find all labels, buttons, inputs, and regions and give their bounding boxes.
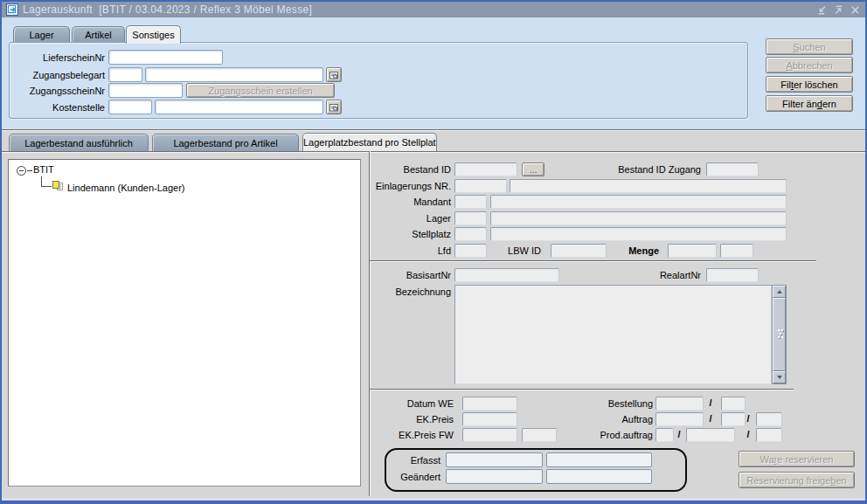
- tree-node-child[interactable]: Lindemann (Kunden-Lager): [67, 183, 185, 193]
- prod-auftrag-input-2[interactable]: [686, 428, 735, 442]
- kostenstelle-text-input[interactable]: [155, 100, 323, 114]
- lieferscheinnr-input[interactable]: [108, 50, 223, 65]
- realartnr-label: RealartNr: [605, 270, 701, 280]
- suchen-button[interactable]: Suchen: [766, 38, 853, 55]
- zugangsscheinnr-input[interactable]: [108, 83, 183, 98]
- ek-preis-fw-label: EK.Preis FW: [357, 430, 454, 440]
- bestand-id-lov-button[interactable]: ...: [522, 162, 544, 176]
- bezeichnung-scrollbar[interactable]: [772, 285, 787, 384]
- bottom-highlight: [2, 499, 865, 500]
- ek-preis-label: EK.Preis: [357, 414, 454, 425]
- abbrechen-button[interactable]: Abbrechen: [766, 57, 853, 73]
- zugangsschein-erstellen-button[interactable]: Zugangsschein erstellen: [186, 83, 335, 98]
- menge-unit-input[interactable]: [720, 244, 753, 258]
- datum-we-label: Datum WE: [357, 398, 454, 409]
- bestellung-input-2[interactable]: [721, 397, 746, 411]
- basisartnr-label: BasisartNr: [355, 270, 451, 280]
- tab-lagerplatzbestand-pro-stellplatz[interactable]: Lagerplatzbestand pro Stellplatz: [302, 133, 437, 151]
- geaendert-user-input[interactable]: [546, 469, 652, 484]
- bezeichnung-label: Bezeichnung: [355, 287, 451, 297]
- ek-preis-fw-input[interactable]: [462, 428, 517, 442]
- ek-preis-input[interactable]: [462, 412, 517, 426]
- zugangsscheinnr-label: ZugangsscheinNr: [9, 86, 105, 96]
- prod-auftrag-input-3[interactable]: [756, 428, 782, 442]
- bestellung-input-1[interactable]: [655, 397, 704, 411]
- tab-lager[interactable]: Lager: [13, 26, 70, 43]
- lager-text-input[interactable]: [490, 211, 787, 225]
- tab-lagerbestand-ausfuehrlich[interactable]: Lagerbestand ausführlich: [9, 134, 149, 151]
- auftrag-input-1[interactable]: [655, 412, 704, 426]
- stellplatz-tree-panel[interactable]: BTIT Lindemann (Kunden-Lager): [8, 159, 361, 487]
- section-divider: [2, 129, 867, 131]
- zugangsbelegart-code-input[interactable]: [108, 67, 142, 82]
- kostenstelle-lov-button[interactable]: [326, 100, 342, 114]
- auftrag-input-2[interactable]: [721, 412, 746, 426]
- erfasst-date-input[interactable]: [446, 452, 543, 467]
- slash-separator: /: [744, 413, 753, 424]
- kostenstelle-label: Kostenstelle: [9, 102, 105, 113]
- lbw-id-label: LBW ID: [474, 245, 541, 256]
- geaendert-label: Geändert: [344, 472, 440, 482]
- slash-separator: /: [706, 413, 715, 424]
- auftrag-label: Auftrag: [557, 414, 653, 425]
- article-section-divider: [370, 260, 816, 262]
- bestand-id-zugang-input[interactable]: [706, 162, 759, 176]
- auftrag-input-3[interactable]: [756, 412, 782, 426]
- geaendert-date-input[interactable]: [446, 469, 543, 484]
- reservierung-freigeben-button[interactable]: Reservierung freigeben: [739, 472, 855, 488]
- lfd-label: Lfd: [355, 245, 451, 256]
- tab-artikel[interactable]: Artikel: [72, 26, 125, 43]
- tree-expander-icon[interactable]: [17, 166, 26, 176]
- prod-auftrag-input-1[interactable]: [655, 428, 674, 442]
- zugangsbelegart-label: Zugangsbelegart: [9, 70, 105, 80]
- price-section-divider: [370, 389, 794, 390]
- einlagerungs-nr-text-input[interactable]: [510, 179, 787, 193]
- tree-elbow-connector: [41, 176, 52, 187]
- erfasst-user-input[interactable]: [546, 452, 652, 467]
- tab-lagerbestand-pro-artikel[interactable]: Lagerbestand pro Artikel: [152, 134, 299, 151]
- erfasst-label: Erfasst: [344, 455, 440, 466]
- tree-connector: [27, 170, 32, 171]
- realartnr-input[interactable]: [706, 268, 759, 282]
- close-icon[interactable]: [850, 4, 861, 16]
- bestand-id-zugang-label: Bestand ID Zugang: [605, 164, 701, 175]
- einlagerungs-nr-code-input[interactable]: [454, 179, 507, 193]
- menge-label: Menge: [589, 245, 659, 256]
- bestellung-label: Bestellung: [557, 398, 653, 409]
- mandant-label: Mandant: [355, 197, 451, 207]
- bestand-id-input[interactable]: [454, 162, 517, 176]
- mandant-code-input[interactable]: [454, 195, 487, 209]
- mandant-text-input[interactable]: [490, 195, 787, 209]
- basisartnr-input[interactable]: [454, 268, 559, 282]
- filter-loeschen-button[interactable]: Filter löschen: [766, 76, 853, 93]
- restore-icon[interactable]: [833, 4, 844, 16]
- slash-separator: /: [675, 429, 683, 439]
- tab-content-line: [2, 151, 867, 153]
- window-icon: [6, 3, 18, 16]
- ware-reservieren-button[interactable]: Ware reservieren: [739, 451, 855, 467]
- slash-separator: /: [744, 429, 753, 439]
- zugangsbelegart-lov-button[interactable]: [326, 67, 342, 82]
- app-window: Lagerauskunft [BTIT / 03.04.2023 / Refle…: [0, 0, 867, 504]
- lager-label: Lager: [355, 213, 451, 224]
- scrollbar-thumb[interactable]: [773, 298, 786, 371]
- datum-we-input[interactable]: [462, 397, 517, 411]
- slash-separator: /: [706, 397, 715, 408]
- ek-preis-fw-currency-input[interactable]: [522, 428, 557, 442]
- scroll-down-icon[interactable]: [773, 371, 786, 383]
- einlagerungs-nr-label: Einlagerungs NR.: [355, 181, 451, 191]
- bezeichnung-textarea[interactable]: [454, 285, 772, 384]
- menge-input[interactable]: [668, 244, 717, 258]
- tree-node-root[interactable]: BTIT: [33, 164, 54, 175]
- lager-code-input[interactable]: [454, 211, 487, 225]
- tab-sonstiges[interactable]: Sonstiges: [126, 25, 181, 44]
- scroll-up-icon[interactable]: [773, 286, 786, 298]
- minimize-icon[interactable]: [816, 4, 828, 16]
- stellplatz-code-input[interactable]: [454, 227, 487, 241]
- stellplatz-text-input[interactable]: [490, 227, 787, 241]
- zugangsbelegart-text-input[interactable]: [145, 67, 323, 82]
- filter-aendern-button[interactable]: Filter ändern: [766, 95, 853, 112]
- kostenstelle-code-input[interactable]: [108, 100, 152, 114]
- lieferscheinnr-label: LieferscheinNr: [9, 52, 105, 63]
- window-title: Lagerauskunft [BTIT / 03.04.2023 / Refle…: [23, 3, 312, 16]
